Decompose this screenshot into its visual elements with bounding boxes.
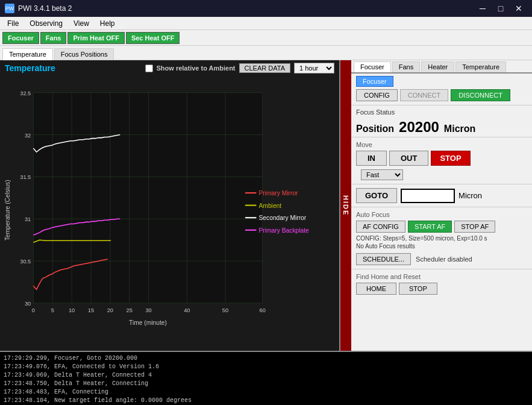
right-panel: Focuser Fans Heater Temperature Focuser … [351,60,532,351]
sec-heat-toolbar-button[interactable]: Sec Heat OFF [126,32,180,44]
focuser-inner-tab[interactable]: Focuser [356,76,393,87]
maximize-button[interactable]: □ [492,1,509,16]
tab-temperature[interactable]: Temperature [2,48,53,60]
af-config-button[interactable]: AF CONFIG [356,221,405,233]
speed-select[interactable]: Fast Medium Slow [361,169,403,180]
minimize-button[interactable]: ─ [474,1,491,16]
right-tab-fans[interactable]: Fans [392,61,420,72]
hide-panel-button[interactable]: HIDE [340,60,351,351]
clear-data-button[interactable]: CLEAR DATA [239,63,290,73]
menu-observing[interactable]: Observing [25,18,67,29]
svg-text:10: 10 [69,307,75,313]
prim-heat-toolbar-button[interactable]: Prim Heat OFF [67,32,124,44]
svg-text:31: 31 [25,216,31,222]
svg-text:15: 15 [88,307,94,313]
goto-unit-label: Micron [458,191,482,200]
focus-position-row: Position 20200 Micron [351,119,532,136]
y-axis-label: Temperature (Celsius) [4,180,11,240]
home-stop-button[interactable]: STOP [399,283,437,295]
move-controls: IN OUT STOP [351,149,532,167]
tab-focus-positions[interactable]: Focus Positions [54,48,114,60]
fans-toolbar-button[interactable]: Fans [40,32,67,44]
start-af-button[interactable]: START AF [408,221,452,233]
af-config-text: CONFIG: Steps=5, Size=500 micron, Exp=10… [351,234,532,243]
stop-af-button[interactable]: STOP AF [454,221,495,233]
focuser-inner-tabs: Focuser [351,74,532,87]
svg-text:0: 0 [32,307,35,313]
stop-button[interactable]: STOP [431,151,470,166]
focus-status-section: Focus Status [351,107,532,119]
legend-primary-backplate-label: Primary Backplate [259,227,310,234]
goto-input[interactable] [401,189,455,203]
position-unit: Micron [444,124,475,134]
menu-bar: File Observing View Help [0,17,532,30]
right-tab-heater[interactable]: Heater [421,61,454,72]
title-bar: PW PWI 3.4.1 beta 2 ─ □ ✕ [0,0,532,17]
chart-header: Temperature Show relative to Ambient CLE… [0,60,339,76]
x-axis-label: Time (minute) [129,319,167,326]
focuser-toolbar-button[interactable]: Focuser [2,32,39,44]
log-line: 17:23:49.076, EFA, Connected to Version … [4,363,528,371]
disconnect-button[interactable]: DISCONNECT [451,89,510,101]
left-tabs-row: Temperature Focus Positions [0,46,532,60]
goto-controls: GOTO Micron [351,186,532,206]
svg-text:25: 25 [127,307,133,313]
schedule-row: SCHEDULE... Scheduler disabled [351,251,532,268]
toolbar: Focuser Fans Prim Heat OFF Sec Heat OFF [0,30,532,46]
af-result-text: No Auto Focus results [351,243,532,251]
svg-text:5: 5 [51,307,54,313]
chart-area: Temperature (Celsius) [0,76,339,351]
log-line: 17:23:48.104, New target field angle: 0.… [4,397,528,405]
log-line: 17:29:29.299, Focuser, Goto 20200.000 [4,354,528,363]
in-button[interactable]: IN [356,151,387,166]
chart-panel: Temperature Show relative to Ambient CLE… [0,60,340,351]
right-tabs: Focuser Fans Heater Temperature [351,60,532,74]
app-icon: PW [5,4,14,13]
menu-help[interactable]: Help [95,18,120,29]
svg-text:30: 30 [25,301,31,307]
chart-title: Temperature [5,63,55,73]
svg-text:30: 30 [145,307,151,313]
goto-button[interactable]: GOTO [356,188,397,203]
time-range-select[interactable]: 1 hour 2 hours 4 hours All [294,63,334,74]
close-button[interactable]: ✕ [510,1,527,16]
log-line: 17:23:48.483, EFA, Connecting [4,388,528,397]
focus-status-label: Focus Status [356,108,395,116]
show-relative-checkbox[interactable] [145,64,153,72]
log-line: 17:23:49.069, Delta T Heater, Connected … [4,371,528,380]
chart-bg [33,93,262,303]
right-tab-focuser[interactable]: Focuser [354,61,391,72]
position-label: Position [356,124,394,134]
legend-ambient-label: Ambient [259,202,282,209]
svg-text:32: 32 [25,133,31,139]
move-label: Move [351,139,532,149]
home-controls: HOME STOP [351,281,532,296]
svg-text:40: 40 [184,307,190,313]
out-button[interactable]: OUT [389,151,428,166]
right-tab-temperature[interactable]: Temperature [455,61,506,72]
log-line: 17:23:48.750, Delta T Heater, Connecting [4,380,528,388]
position-value: 20200 [399,119,439,136]
home-button[interactable]: HOME [356,283,396,295]
app-title: PWI 3.4.1 beta 2 [18,4,72,13]
menu-file[interactable]: File [2,18,23,29]
svg-text:31.5: 31.5 [20,174,31,180]
main-area: Temperature Show relative to Ambient CLE… [0,60,532,351]
schedule-status: Scheduler disabled [416,256,472,263]
schedule-button[interactable]: SCHEDULE... [356,253,411,265]
af-controls: AF CONFIG START AF STOP AF [351,219,532,234]
svg-text:30.5: 30.5 [20,259,31,265]
menu-view[interactable]: View [69,18,94,29]
connect-button[interactable]: CONNECT [400,89,448,101]
connection-controls: CONFIG CONNECT DISCONNECT [351,87,532,104]
legend-primary-mirror-label: Primary Mirror [259,190,299,196]
svg-text:20: 20 [107,307,113,313]
find-home-label: Find Home and Reset [351,271,532,281]
svg-text:50: 50 [222,307,228,313]
legend-secondary-mirror-label: Secondary Mirror [259,215,307,221]
config-button[interactable]: CONFIG [356,89,398,101]
svg-text:60: 60 [260,307,266,313]
auto-focus-label: Auto Focus [351,209,532,219]
show-relative-label: Show relative to Ambient [157,64,236,72]
temperature-chart: Temperature (Celsius) [2,78,337,348]
